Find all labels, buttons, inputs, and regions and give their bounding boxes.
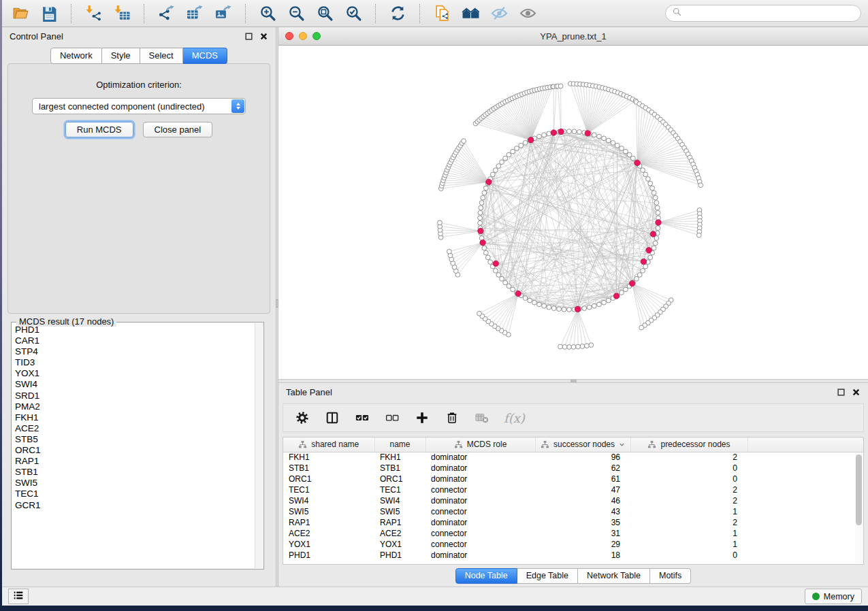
network-node[interactable] (606, 298, 611, 303)
task-history-button[interactable] (8, 589, 29, 604)
mcds-hub-node[interactable] (493, 261, 498, 266)
network-node[interactable] (478, 216, 483, 220)
tab-mcds[interactable]: MCDS (183, 48, 227, 64)
refresh-icon[interactable] (386, 3, 409, 24)
network-node[interactable] (500, 160, 504, 165)
network-node[interactable] (494, 269, 498, 274)
mcds-hub-node[interactable] (486, 179, 492, 184)
splitter-grip[interactable] (276, 299, 278, 308)
mcds-scrollbar[interactable] (255, 323, 263, 568)
table-scrollbar-thumb[interactable] (856, 455, 862, 525)
network-node[interactable] (507, 284, 511, 288)
network-node[interactable] (478, 220, 483, 225)
network-node[interactable] (562, 307, 566, 312)
network-node[interactable] (592, 133, 597, 137)
mcds-hub-node[interactable] (585, 131, 590, 136)
network-node[interactable] (641, 168, 645, 173)
network-node[interactable] (572, 129, 577, 134)
export-table-icon[interactable] (183, 3, 206, 24)
mcds-hub-node[interactable] (558, 129, 564, 134)
mcds-result-item[interactable]: SWI5 (12, 478, 263, 489)
function-icon[interactable]: f(x) (504, 411, 525, 425)
network-node[interactable] (580, 344, 585, 349)
mcds-result-item[interactable]: ACE2 (12, 423, 263, 434)
network-node[interactable] (567, 308, 572, 312)
network-node[interactable] (624, 149, 628, 154)
network-node[interactable] (615, 143, 620, 148)
float-icon[interactable] (837, 388, 846, 397)
network-node[interactable] (639, 325, 644, 330)
network-node[interactable] (562, 345, 567, 350)
mcds-hub-node[interactable] (480, 240, 485, 245)
zoom-fit-icon[interactable] (313, 3, 336, 24)
network-node[interactable] (447, 249, 451, 254)
table-row[interactable]: ORC1ORC1dominator610 (283, 474, 863, 484)
zoom-selected-icon[interactable] (342, 3, 365, 24)
network-node[interactable] (537, 134, 542, 139)
mcds-hub-node[interactable] (646, 248, 652, 253)
network-node[interactable] (485, 255, 490, 260)
network-canvas[interactable] (278, 46, 868, 379)
network-node[interactable] (585, 344, 590, 348)
memory-button[interactable]: Memory (805, 589, 862, 604)
export-image-icon[interactable] (212, 3, 235, 24)
mcds-result-item[interactable]: STB1 (12, 467, 263, 478)
criterion-dropdown[interactable]: largest connected component (undirected) (32, 98, 246, 114)
network-node[interactable] (652, 191, 656, 195)
mcds-hub-node[interactable] (528, 137, 534, 143)
table-row[interactable]: FKH1FKH1dominator962 (283, 452, 863, 463)
table-row[interactable]: RAP1RAP1dominator352 (283, 517, 863, 528)
network-node[interactable] (547, 131, 551, 136)
network-node[interactable] (602, 136, 607, 141)
table-row[interactable]: YOX1YOX1connector291 (283, 539, 863, 550)
network-node[interactable] (631, 156, 636, 161)
network-node[interactable] (542, 133, 547, 137)
network-node[interactable] (656, 226, 660, 231)
column-header-mcds-role[interactable]: MCDS role (425, 437, 535, 452)
column-header-name[interactable]: name (374, 437, 425, 452)
network-node[interactable] (653, 195, 658, 200)
network-node[interactable] (597, 134, 602, 139)
network-node[interactable] (484, 250, 489, 255)
network-node[interactable] (537, 302, 542, 307)
network-node[interactable] (494, 168, 498, 173)
network-node[interactable] (589, 343, 594, 348)
table-row[interactable]: PHD1PHD1dominator180 (283, 550, 863, 561)
mcds-result-item[interactable]: STP4 (12, 346, 263, 357)
tab-motifs[interactable]: Motifs (650, 568, 691, 584)
gear-icon[interactable] (294, 410, 310, 426)
network-node[interactable] (643, 172, 648, 177)
network-node[interactable] (479, 201, 484, 205)
network-node[interactable] (558, 344, 563, 349)
network-node[interactable] (587, 305, 592, 310)
export-network-icon[interactable] (155, 3, 178, 24)
network-node[interactable] (547, 305, 551, 310)
tab-edge-table[interactable]: Edge Table (517, 568, 578, 584)
deselect-all-icon[interactable] (384, 410, 400, 426)
network-node[interactable] (576, 344, 581, 349)
network-node[interactable] (482, 191, 487, 195)
run-mcds-button[interactable]: Run MCDS (65, 122, 133, 137)
mcds-result-item[interactable]: CAR1 (12, 335, 263, 346)
network-node[interactable] (646, 177, 651, 182)
select-all-icon[interactable] (354, 410, 370, 426)
network-node[interactable] (611, 141, 615, 146)
mcds-result-item[interactable]: ORC1 (12, 445, 263, 456)
mcds-result-item[interactable]: SRD1 (12, 391, 263, 401)
table-scrollbar[interactable] (855, 452, 863, 563)
delete-row-icon[interactable] (444, 410, 460, 426)
network-node[interactable] (652, 246, 656, 250)
first-neighbors-icon[interactable] (459, 3, 482, 24)
mcds-hub-node[interactable] (656, 220, 661, 225)
close-icon[interactable] (852, 388, 861, 397)
network-node[interactable] (484, 186, 489, 191)
network-node[interactable] (577, 130, 582, 135)
mcds-result-item[interactable]: TID3 (12, 357, 263, 368)
network-node[interactable] (597, 302, 602, 307)
node-table[interactable]: shared namenameMCDS rolesuccessor nodesp… (283, 437, 864, 565)
network-node[interactable] (515, 146, 519, 151)
network-node[interactable] (620, 291, 624, 295)
network-node[interactable] (656, 210, 660, 215)
network-node[interactable] (488, 260, 493, 265)
network-node[interactable] (481, 195, 485, 200)
